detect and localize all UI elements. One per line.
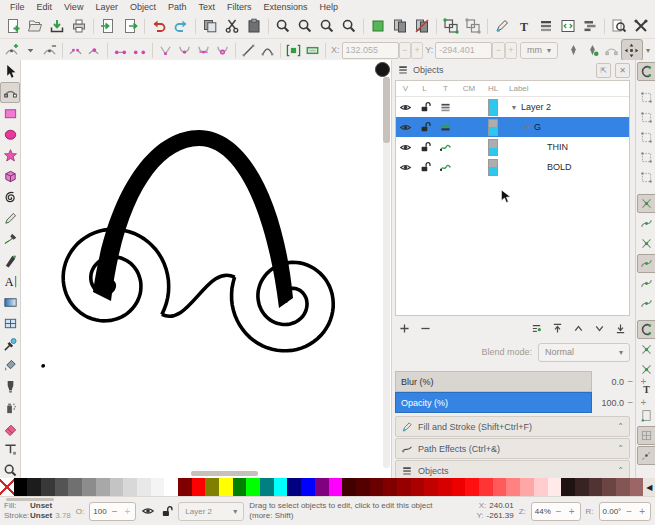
ellipse-tool[interactable] <box>0 124 20 145</box>
gradient-tool[interactable] <box>0 292 20 313</box>
redo-button[interactable] <box>170 15 192 37</box>
spray-tool[interactable] <box>0 397 20 418</box>
ungroup-objects-button[interactable] <box>462 15 484 37</box>
highlight-color-cell[interactable] <box>481 99 505 116</box>
menu-object[interactable]: Object <box>124 1 162 13</box>
join-segment-button[interactable] <box>111 40 130 60</box>
snap-node-button[interactable] <box>637 194 655 213</box>
color-swatch-7[interactable] <box>96 478 110 496</box>
insert-node-menu-button[interactable] <box>21 40 40 60</box>
print-document-button[interactable] <box>68 15 90 37</box>
opacity-increment-button[interactable]: + <box>637 397 650 408</box>
color-swatch-20[interactable] <box>274 478 288 496</box>
palette-scrollbar[interactable] <box>6 498 54 501</box>
snap-guide-button[interactable] <box>637 446 655 465</box>
menu-edit[interactable]: Edit <box>31 1 59 13</box>
canvas-corner-button[interactable] <box>375 62 390 77</box>
group-objects-button[interactable] <box>440 15 462 37</box>
color-swatch-24[interactable] <box>329 478 343 496</box>
highlight-color-cell[interactable] <box>481 139 505 156</box>
menu-layer[interactable]: Layer <box>89 1 124 13</box>
color-swatch-15[interactable] <box>205 478 219 496</box>
box-3d-tool[interactable] <box>0 166 20 187</box>
opacity-decrement-button[interactable]: − <box>624 397 637 408</box>
object-row-layer-2[interactable]: ▼Layer 2 <box>396 97 629 117</box>
snap-bbox-button[interactable] <box>637 88 655 107</box>
no-color-swatch[interactable] <box>0 478 14 496</box>
visibility-toggle[interactable] <box>396 121 415 134</box>
mesh-tool[interactable] <box>0 313 20 334</box>
color-swatch-8[interactable] <box>110 478 124 496</box>
transform-handles-menu-arrow[interactable]: ▾ <box>643 46 653 55</box>
menu-view[interactable]: View <box>58 1 89 13</box>
node-tool[interactable] <box>0 82 20 103</box>
calligraphy-tool[interactable] <box>0 250 20 271</box>
color-swatch-16[interactable] <box>219 478 233 496</box>
pencil-tool[interactable] <box>0 208 20 229</box>
highlight-color-cell[interactable] <box>481 159 505 176</box>
color-swatch-34[interactable] <box>465 478 479 496</box>
break-nodes-button[interactable] <box>66 40 85 60</box>
dock-float-button[interactable]: ⇱ <box>596 63 611 78</box>
zoom-spinner[interactable]: 44%−+ <box>531 502 581 521</box>
snap-bbox-edge-button[interactable] <box>637 108 655 127</box>
stray-point[interactable] <box>42 364 45 367</box>
cut-button[interactable] <box>221 15 243 37</box>
y-increment-button[interactable]: + <box>505 42 517 59</box>
blur-increment-button[interactable]: + <box>637 376 650 387</box>
color-swatch-3[interactable] <box>41 478 55 496</box>
menu-file[interactable]: File <box>4 1 31 13</box>
highlight-color-cell[interactable] <box>481 119 505 136</box>
object-row-bold[interactable]: BOLD <box>396 157 629 177</box>
y-decrement-button[interactable]: − <box>492 42 504 59</box>
node-corner-button[interactable] <box>156 40 175 60</box>
color-swatch-14[interactable] <box>192 478 206 496</box>
x-increment-button[interactable]: + <box>411 42 423 59</box>
new-document-button[interactable] <box>2 15 24 37</box>
delete-node-button[interactable] <box>40 40 59 60</box>
canvas[interactable] <box>20 60 391 478</box>
lock-toggle[interactable] <box>415 141 434 153</box>
snap-bbox-corner-button[interactable] <box>637 128 655 147</box>
layer-opacity-spinner[interactable]: 100−+ <box>89 502 136 521</box>
unlink-clone-button[interactable] <box>411 15 433 37</box>
paint-bucket-tool[interactable] <box>0 355 20 376</box>
remove-item-button[interactable] <box>416 318 435 338</box>
add-item-button[interactable] <box>395 318 414 338</box>
zoom-drawing-button[interactable] <box>294 15 316 37</box>
opacity-slider[interactable]: Opacity (%) <box>395 392 592 413</box>
snap-cusp-button[interactable] <box>637 254 655 273</box>
node-symmetric-button[interactable] <box>194 40 213 60</box>
node-smooth-button[interactable] <box>175 40 194 60</box>
zoom-selection-button[interactable] <box>272 15 294 37</box>
text-dialog-button[interactable]: T <box>513 15 535 37</box>
color-swatch-1[interactable] <box>14 478 28 496</box>
snap-smooth-button[interactable] <box>637 274 655 293</box>
snap-path-button[interactable] <box>637 214 655 233</box>
star-tool[interactable] <box>0 145 20 166</box>
snap-bbox-center-button[interactable] <box>637 168 655 187</box>
color-swatch-11[interactable] <box>151 478 165 496</box>
color-swatch-9[interactable] <box>123 478 137 496</box>
snap-bbox-midpoint-button[interactable] <box>637 148 655 167</box>
color-swatch-45[interactable] <box>616 478 630 496</box>
pen-tool[interactable] <box>0 229 20 250</box>
objects-empty-area[interactable] <box>396 177 629 315</box>
color-swatch-17[interactable] <box>233 478 247 496</box>
stroke-to-path-button[interactable] <box>303 40 322 60</box>
layer-lock-icon[interactable] <box>160 505 173 518</box>
color-swatch-2[interactable] <box>27 478 41 496</box>
color-swatch-39[interactable] <box>534 478 548 496</box>
blur-slider[interactable]: Blur (%) <box>395 371 592 392</box>
blend-mode-dropdown[interactable]: Normal▾ <box>538 343 630 362</box>
layers-dialog-button[interactable] <box>535 15 557 37</box>
color-swatch-26[interactable] <box>356 478 370 496</box>
visibility-toggle[interactable] <box>396 141 415 154</box>
raise-button[interactable] <box>569 318 588 338</box>
color-swatch-30[interactable] <box>411 478 425 496</box>
thin-connector-path[interactable] <box>162 275 235 316</box>
create-clone-button[interactable] <box>389 15 411 37</box>
color-swatch-10[interactable] <box>137 478 151 496</box>
section-fill[interactable]: Fill and Stroke (Shift+Ctrl+F)⌃ <box>395 416 630 437</box>
color-swatch-22[interactable] <box>301 478 315 496</box>
